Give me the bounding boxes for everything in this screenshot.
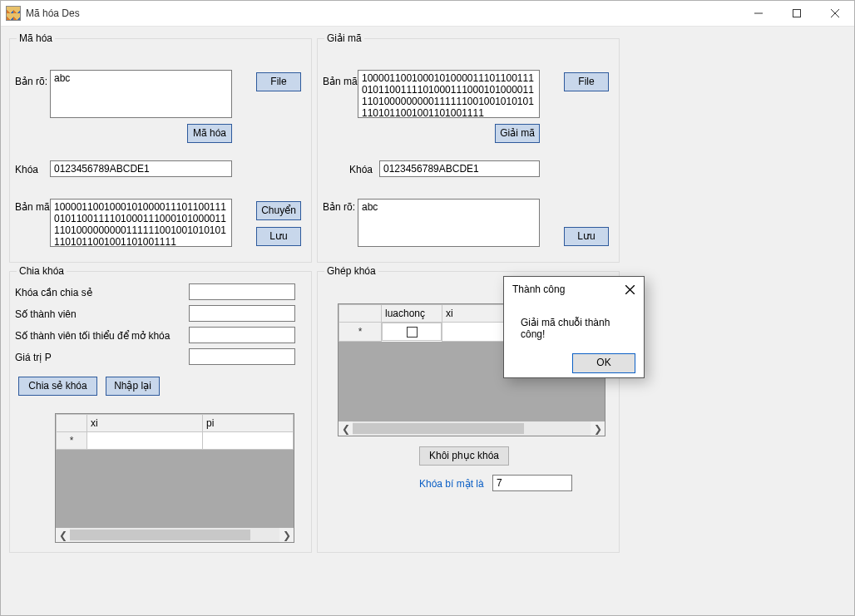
encrypt-file-button[interactable]: File bbox=[256, 72, 301, 91]
app-window: Mã hóa Des Mã hóa Bản rõ: abc File Mã hó… bbox=[0, 0, 855, 616]
key-to-share-input[interactable] bbox=[189, 283, 295, 300]
ciphertext-label: Bản mã: bbox=[15, 201, 52, 213]
decrypt-key-input[interactable]: 0123456789ABCDE1 bbox=[379, 160, 540, 177]
plaintext-input[interactable]: abc bbox=[50, 70, 232, 118]
dialog-titlebar: Thành công bbox=[504, 277, 644, 302]
encrypt-key-input[interactable]: 0123456789ABCDE1 bbox=[50, 160, 232, 177]
secret-key-output[interactable]: 7 bbox=[492, 475, 572, 491]
dialog-ok-button[interactable]: OK bbox=[572, 353, 635, 373]
decrypt-legend: Giải mã bbox=[324, 32, 364, 44]
decrypt-file-button[interactable]: File bbox=[564, 72, 609, 91]
reset-button[interactable]: Nhập lại bbox=[106, 377, 160, 396]
split-key-legend: Chia khóa bbox=[17, 265, 67, 277]
window-controls bbox=[739, 1, 854, 26]
grid-corner bbox=[57, 415, 87, 432]
scroll-right-icon[interactable]: ❯ bbox=[591, 421, 605, 436]
grid-scrollbar[interactable]: ❮ ❯ bbox=[339, 421, 605, 436]
grid-corner bbox=[339, 305, 382, 323]
share-key-button[interactable]: Chia sẻ khóa bbox=[18, 377, 97, 396]
key-to-share-label: Khóa cần chia sẻ bbox=[15, 287, 92, 298]
split-key-group: Chia khóa Khóa cần chia sẻ Số thành viên… bbox=[9, 271, 312, 553]
close-button[interactable] bbox=[816, 1, 854, 26]
dialog-body: Giải mã chuỗi thành công! bbox=[504, 302, 644, 348]
window-title: Mã hóa Des bbox=[26, 7, 739, 19]
transfer-button[interactable]: Chuyển bbox=[256, 201, 301, 220]
dialog-message: Giải mã chuỗi thành công! bbox=[521, 317, 610, 340]
decrypt-ciphertext-label: Bản mã: bbox=[323, 76, 360, 87]
decrypt-plaintext-output[interactable]: abc bbox=[358, 199, 540, 247]
min-members-label: Số thành viên tối thiểu để mở khóa bbox=[15, 330, 170, 342]
new-row-indicator: * bbox=[358, 326, 363, 338]
decrypt-save-button[interactable]: Lưu bbox=[564, 227, 609, 246]
encrypt-group: Mã hóa Bản rõ: abc File Mã hóa Khóa 0123… bbox=[9, 38, 312, 263]
success-dialog: Thành công Giải mã chuỗi thành công! OK bbox=[503, 276, 645, 378]
scroll-left-icon[interactable]: ❮ bbox=[339, 421, 353, 436]
ciphertext-output[interactable]: 1000011001000101000011101100111010110011… bbox=[50, 199, 232, 247]
client-area: Mã hóa Bản rõ: abc File Mã hóa Khóa 0123… bbox=[1, 27, 854, 615]
col-luachong[interactable]: luachonç bbox=[382, 305, 442, 323]
decrypt-ciphertext-input[interactable]: 1000011001000101000011101100111010110011… bbox=[358, 70, 540, 118]
decrypt-key-label: Khóa bbox=[349, 164, 373, 175]
svg-rect-1 bbox=[793, 10, 801, 17]
decrypt-group: Giải mã Bản mã: 100001100100010100001110… bbox=[317, 38, 620, 263]
p-input[interactable] bbox=[189, 348, 295, 365]
members-label: Số thành viên bbox=[15, 308, 77, 320]
maximize-button[interactable] bbox=[778, 1, 816, 26]
secret-key-label: Khóa bí mật là bbox=[419, 478, 484, 490]
restore-key-button[interactable]: Khôi phục khóa bbox=[419, 446, 509, 466]
grid-scrollbar[interactable]: ❮ ❯ bbox=[56, 528, 294, 542]
p-label: Giá trị P bbox=[15, 352, 52, 363]
min-members-input[interactable] bbox=[189, 327, 295, 343]
encrypt-legend: Mã hóa bbox=[17, 32, 55, 44]
plaintext-label: Bản rõ: bbox=[15, 76, 47, 87]
merge-key-legend: Ghép khóa bbox=[324, 265, 378, 277]
encrypt-key-label: Khóa bbox=[15, 164, 38, 175]
col-xi[interactable]: xi bbox=[87, 415, 203, 432]
encrypt-save-button[interactable]: Lưu bbox=[256, 227, 301, 246]
new-row-indicator: * bbox=[70, 435, 74, 446]
table-row[interactable]: * bbox=[57, 432, 294, 450]
members-input[interactable] bbox=[189, 305, 295, 322]
scroll-left-icon[interactable]: ❮ bbox=[56, 528, 70, 542]
scroll-right-icon[interactable]: ❯ bbox=[279, 528, 294, 542]
col-pi[interactable]: pi bbox=[203, 415, 294, 432]
minimize-button[interactable] bbox=[739, 1, 778, 26]
dialog-title: Thành công bbox=[512, 283, 565, 295]
app-icon bbox=[6, 6, 21, 21]
encrypt-button[interactable]: Mã hóa bbox=[187, 124, 232, 143]
decrypt-plaintext-label: Bản rõ: bbox=[323, 201, 355, 213]
row-checkbox[interactable] bbox=[407, 327, 418, 338]
dialog-close-button[interactable] bbox=[620, 280, 639, 298]
titlebar: Mã hóa Des bbox=[1, 1, 854, 27]
decrypt-button[interactable]: Giải mã bbox=[495, 124, 540, 143]
split-key-grid[interactable]: xi pi * ❮ ❯ bbox=[55, 413, 294, 543]
